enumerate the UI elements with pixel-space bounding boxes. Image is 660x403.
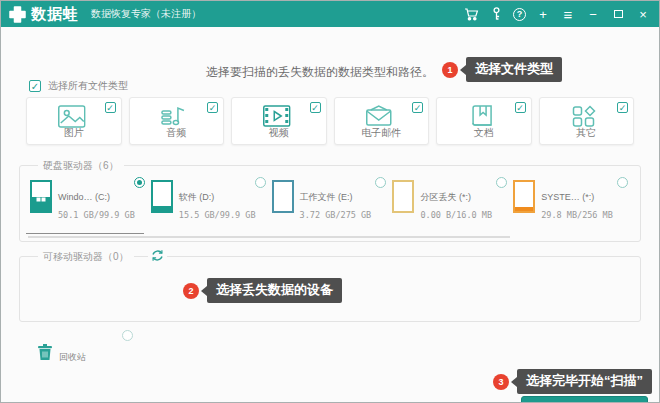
drive-system[interactable]: SYSTE… (*:)29.8 MB/256 MB xyxy=(513,180,634,224)
close-icon[interactable]: × xyxy=(635,6,651,22)
annotation-step-1: 1 选择文件类型 xyxy=(442,57,562,82)
maximize-icon[interactable] xyxy=(610,6,626,22)
removable-drives-title: 可移动驱动器（0） xyxy=(38,250,134,264)
drive-name: 工作文件 (E:) xyxy=(300,192,353,202)
card-email[interactable]: ✓ 电子邮件 xyxy=(334,97,430,145)
drive-icon xyxy=(513,180,535,213)
hard-drives-section: 硬盘驱动器（6） Windo… (C:)50.1 GB/99.9 GB 软件 (… xyxy=(19,165,641,242)
audio-icon xyxy=(161,105,187,128)
select-all-checkbox[interactable]: ✓ xyxy=(29,80,41,92)
card-images[interactable]: ✓ 图片 xyxy=(26,97,122,145)
drive-icon xyxy=(30,180,52,213)
instruction-text: 选择要扫描的丢失数据的数据类型和路径。 xyxy=(206,64,434,81)
removable-drives-section: 可移动驱动器（0） 2 选择丢失数据的设备 xyxy=(19,256,641,322)
card-other[interactable]: ✓ 其它 xyxy=(539,97,635,145)
drive-radio[interactable] xyxy=(617,177,628,188)
recycle-bin-icon[interactable] xyxy=(37,343,53,361)
drive-icon xyxy=(392,180,414,213)
drive-radio[interactable] xyxy=(496,177,507,188)
card-checkbox[interactable]: ✓ xyxy=(617,102,628,113)
card-label: 图片 xyxy=(64,126,84,140)
cart-icon[interactable] xyxy=(463,6,479,22)
step-2-badge: 2 xyxy=(183,283,199,299)
drive-capacity: 0.00 B/16.0 MB xyxy=(420,210,492,220)
main-content: 选择要扫描的丢失数据的数据类型和路径。 1 选择文件类型 ✓ 选择所有文件类型 … xyxy=(1,27,659,402)
drive-name: Windo… (C:) xyxy=(58,192,110,202)
card-label: 视频 xyxy=(269,126,289,140)
help-icon[interactable]: ? xyxy=(513,8,526,21)
drive-lost-partition[interactable]: 分区丢失 (*:)0.00 B/16.0 MB xyxy=(392,180,513,224)
windows-logo-icon xyxy=(37,192,46,201)
add-icon[interactable]: + xyxy=(535,6,551,22)
card-audio[interactable]: ✓ 音频 xyxy=(129,97,225,145)
key-icon[interactable] xyxy=(488,6,504,22)
menu-icon[interactable]: ≡ xyxy=(560,6,576,22)
app-logo-icon xyxy=(9,6,26,23)
drive-list: Windo… (C:)50.1 GB/99.9 GB 软件 (D:)15.5 G… xyxy=(20,166,640,224)
card-label: 文档 xyxy=(474,126,494,140)
card-label: 音频 xyxy=(166,126,186,140)
card-documents[interactable]: ✓ 文档 xyxy=(436,97,532,145)
drive-windows-c[interactable]: Windo… (C:)50.1 GB/99.9 GB xyxy=(30,180,151,224)
card-checkbox[interactable]: ✓ xyxy=(515,102,526,113)
drive-radio[interactable] xyxy=(375,177,386,188)
drive-name: 软件 (D:) xyxy=(179,192,215,202)
drive-capacity: 3.72 GB/275 GB xyxy=(300,210,372,220)
document-icon xyxy=(470,105,494,128)
annotation-step-3: 3 选择完毕开始“扫描” xyxy=(493,369,652,394)
drive-software-d[interactable]: 软件 (D:)15.5 GB/99.9 GB xyxy=(151,180,272,224)
card-checkbox[interactable]: ✓ xyxy=(412,102,423,113)
step-3-badge: 3 xyxy=(493,374,509,390)
select-all-file-types[interactable]: ✓ 选择所有文件类型 xyxy=(29,79,128,93)
email-icon xyxy=(365,105,393,127)
app-subtitle: 数据恢复专家（未注册） xyxy=(91,7,201,21)
image-icon xyxy=(58,105,86,128)
recycle-bin-radio[interactable] xyxy=(122,330,133,341)
drive-list-scrollbar[interactable] xyxy=(28,236,510,238)
drive-name: 分区丢失 (*:) xyxy=(420,192,471,202)
card-checkbox[interactable]: ✓ xyxy=(105,102,116,113)
app-window: 数据蛙 数据恢复专家（未注册） ? + ≡ − × 选择要扫描的丢失数据的数据类… xyxy=(0,0,660,403)
app-title: 数据蛙 xyxy=(31,5,79,24)
drive-capacity: 50.1 GB/99.9 GB xyxy=(58,210,135,220)
drive-work-e[interactable]: 工作文件 (E:)3.72 GB/275 GB xyxy=(272,180,393,224)
file-type-cards: ✓ 图片 ✓ 音频 ✓ 视频 ✓ xyxy=(26,97,634,145)
card-checkbox[interactable]: ✓ xyxy=(207,102,218,113)
card-checkbox[interactable]: ✓ xyxy=(310,102,321,113)
step-2-tooltip: 选择丢失数据的设备 xyxy=(207,278,342,303)
step-3-tooltip: 选择完毕开始“扫描” xyxy=(517,369,652,394)
annotation-step-2: 2 选择丢失数据的设备 xyxy=(183,278,342,303)
scan-button[interactable]: 扫描 xyxy=(521,396,648,403)
drive-name: SYSTE… (*:) xyxy=(541,192,594,202)
select-all-label: 选择所有文件类型 xyxy=(48,79,128,93)
drive-icon xyxy=(272,180,294,213)
other-icon xyxy=(572,105,597,128)
drive-radio[interactable] xyxy=(134,177,145,188)
drive-radio[interactable] xyxy=(255,177,266,188)
video-icon xyxy=(263,105,291,127)
refresh-icon[interactable] xyxy=(148,249,167,262)
drive-capacity: 15.5 GB/99.9 GB xyxy=(179,210,256,220)
card-label: 电子邮件 xyxy=(361,126,401,140)
hard-drives-title: 硬盘驱动器（6） xyxy=(38,159,124,173)
drive-icon xyxy=(151,180,173,213)
minimize-icon[interactable]: − xyxy=(585,6,601,22)
titlebar: 数据蛙 数据恢复专家（未注册） ? + ≡ − × xyxy=(1,1,659,27)
step-1-badge: 1 xyxy=(442,62,458,78)
card-video[interactable]: ✓ 视频 xyxy=(231,97,327,145)
card-label: 其它 xyxy=(576,126,596,140)
drive-capacity: 29.8 MB/256 MB xyxy=(541,210,613,220)
step-1-tooltip: 选择文件类型 xyxy=(466,57,562,82)
recycle-bin-label: 回收站 xyxy=(59,351,86,364)
